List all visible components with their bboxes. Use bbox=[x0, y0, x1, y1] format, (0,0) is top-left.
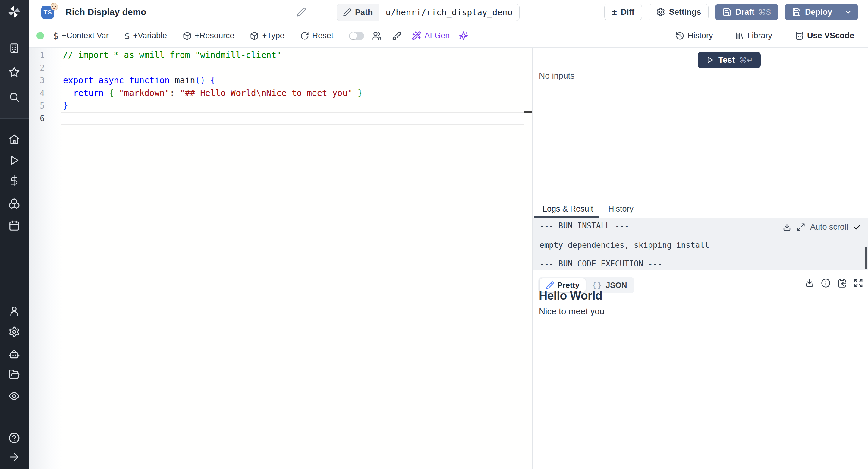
workspace-building-icon[interactable] bbox=[8, 42, 20, 54]
diff-button-label: Diff bbox=[621, 7, 634, 17]
auto-scroll-label[interactable]: Auto scroll bbox=[810, 222, 848, 232]
play-icon bbox=[706, 56, 714, 64]
fullscreen-expand-icon[interactable] bbox=[854, 278, 863, 288]
add-context-var-button[interactable]: $ +Context Var bbox=[53, 31, 109, 41]
add-variable-button[interactable]: $ +Variable bbox=[124, 31, 167, 41]
windmill-app: TS Rich Display demo Path u/henri/rich_d… bbox=[0, 0, 868, 469]
ai-gen-label: AI Gen bbox=[424, 31, 450, 40]
users-person-icon[interactable] bbox=[8, 305, 20, 317]
logs-scrollbar[interactable] bbox=[865, 247, 867, 270]
audit-eye-icon[interactable] bbox=[8, 390, 20, 402]
path-label-section: Path bbox=[337, 4, 379, 21]
result-markdown-heading: Hello World bbox=[539, 289, 602, 302]
test-kbd: ⌘↵ bbox=[739, 56, 753, 64]
draft-button-label: Draft bbox=[735, 7, 754, 17]
path-value[interactable]: u/henri/rich_display_demo bbox=[379, 4, 519, 21]
search-icon[interactable] bbox=[8, 91, 20, 103]
history-button[interactable]: History bbox=[675, 31, 713, 40]
add-context-var-label: +Context Var bbox=[61, 31, 108, 40]
diff-mode-toggle[interactable] bbox=[349, 32, 364, 40]
save-icon bbox=[722, 7, 732, 17]
edit-title-pencil-icon[interactable] bbox=[297, 7, 306, 17]
add-variable-label: +Variable bbox=[133, 31, 167, 40]
editor-gutter: 123456 bbox=[29, 48, 62, 469]
logs-controls: Auto scroll bbox=[782, 222, 861, 232]
runs-play-icon[interactable] bbox=[8, 155, 20, 166]
code-editor[interactable]: 123456 // import * as wmill from "windmi… bbox=[29, 48, 532, 469]
download-result-icon[interactable] bbox=[805, 278, 814, 288]
workers-robot-icon[interactable] bbox=[8, 348, 20, 360]
format-brush-icon[interactable] bbox=[392, 31, 401, 41]
result-markdown-paragraph: Nice to meet you bbox=[539, 307, 604, 316]
settings-button-label: Settings bbox=[669, 7, 701, 17]
dollar-icon: $ bbox=[53, 31, 59, 41]
draft-button[interactable]: Draft ⌘S bbox=[715, 4, 778, 21]
check-icon[interactable] bbox=[853, 223, 861, 231]
vscode-cat-icon bbox=[795, 31, 804, 41]
reset-rotate-icon bbox=[300, 31, 309, 40]
sparkles-icon[interactable] bbox=[459, 31, 468, 41]
copy-clipboard-icon[interactable] bbox=[837, 278, 847, 288]
result-panel: Pretty {} JSON bbox=[533, 270, 868, 469]
expand-sidebar-arrow-icon[interactable] bbox=[8, 451, 20, 463]
path-pencil-icon bbox=[343, 8, 351, 17]
resources-cubes-icon[interactable] bbox=[8, 198, 20, 209]
line-number: 3 bbox=[29, 74, 44, 87]
no-inputs-text: No inputs bbox=[539, 71, 575, 81]
workbench: 123456 // import * as wmill from "windmi… bbox=[29, 48, 868, 469]
log-line: empty dependencies, skipping install bbox=[539, 241, 710, 250]
box-icon bbox=[250, 31, 259, 40]
path-label: Path bbox=[355, 8, 373, 17]
wand-icon bbox=[412, 31, 421, 41]
log-line: --- BUN CODE EXECUTION --- bbox=[539, 259, 662, 268]
code-line: } bbox=[63, 99, 523, 112]
line-number: 1 bbox=[29, 49, 44, 61]
deploy-dropdown-chevron[interactable] bbox=[838, 4, 858, 21]
folders-icon[interactable] bbox=[8, 369, 20, 380]
line-number: 4 bbox=[29, 87, 44, 99]
diff-button[interactable]: ± Diff bbox=[604, 4, 642, 21]
line-number: 6 bbox=[29, 112, 44, 125]
home-icon[interactable] bbox=[8, 133, 20, 145]
baby-emoji-icon bbox=[50, 2, 59, 11]
line-number: 5 bbox=[29, 99, 44, 112]
reset-button[interactable]: Reset bbox=[300, 31, 334, 40]
add-type-button[interactable]: +Type bbox=[250, 31, 284, 40]
code-line bbox=[63, 112, 523, 125]
history-label: History bbox=[687, 31, 713, 40]
variables-dollar-icon[interactable] bbox=[8, 175, 20, 186]
plus-minus-icon: ± bbox=[612, 7, 617, 17]
tab-logs-result[interactable]: Logs & Result bbox=[542, 205, 593, 214]
ai-gen-button[interactable]: AI Gen bbox=[412, 31, 450, 41]
dollar-icon: $ bbox=[124, 31, 130, 41]
history-clock-icon bbox=[675, 31, 684, 40]
deploy-button[interactable]: Deploy bbox=[785, 4, 858, 21]
gear-icon bbox=[656, 7, 665, 17]
line-number: 2 bbox=[29, 61, 44, 74]
overview-ruler[interactable] bbox=[524, 48, 532, 469]
editor-toolbar: $ +Context Var $ +Variable +Resource +Ty… bbox=[29, 24, 868, 48]
test-button[interactable]: Test ⌘↵ bbox=[698, 52, 761, 68]
expand-logs-icon[interactable] bbox=[796, 223, 805, 232]
download-logs-icon[interactable] bbox=[782, 223, 792, 232]
tab-history[interactable]: History bbox=[608, 205, 633, 214]
info-icon[interactable] bbox=[821, 278, 831, 288]
test-button-label: Test bbox=[718, 55, 735, 65]
run-panel: Test ⌘↵ No inputs Logs & Result History … bbox=[533, 48, 868, 469]
windmill-logo[interactable] bbox=[7, 5, 21, 19]
header-bar: TS Rich Display demo Path u/henri/rich_d… bbox=[29, 0, 868, 24]
settings-button[interactable]: Settings bbox=[649, 4, 709, 21]
settings-gear-icon[interactable] bbox=[8, 326, 20, 338]
logs-panel: --- BUN INSTALL --- empty dependencies, … bbox=[533, 218, 868, 270]
pretty-label: Pretty bbox=[557, 281, 580, 290]
multiplayer-users-icon[interactable] bbox=[372, 31, 381, 41]
library-button[interactable]: Library bbox=[735, 31, 772, 40]
use-vscode-button[interactable]: Use VScode bbox=[795, 31, 854, 41]
add-resource-button[interactable]: +Resource bbox=[183, 31, 234, 40]
favorites-star-icon[interactable] bbox=[8, 66, 20, 78]
schedules-calendar-icon[interactable] bbox=[8, 220, 20, 231]
path-field[interactable]: Path u/henri/rich_display_demo bbox=[337, 4, 520, 21]
help-icon[interactable] bbox=[8, 432, 20, 444]
reset-label: Reset bbox=[312, 31, 334, 40]
overview-ruler-cursor-mark bbox=[524, 111, 532, 113]
